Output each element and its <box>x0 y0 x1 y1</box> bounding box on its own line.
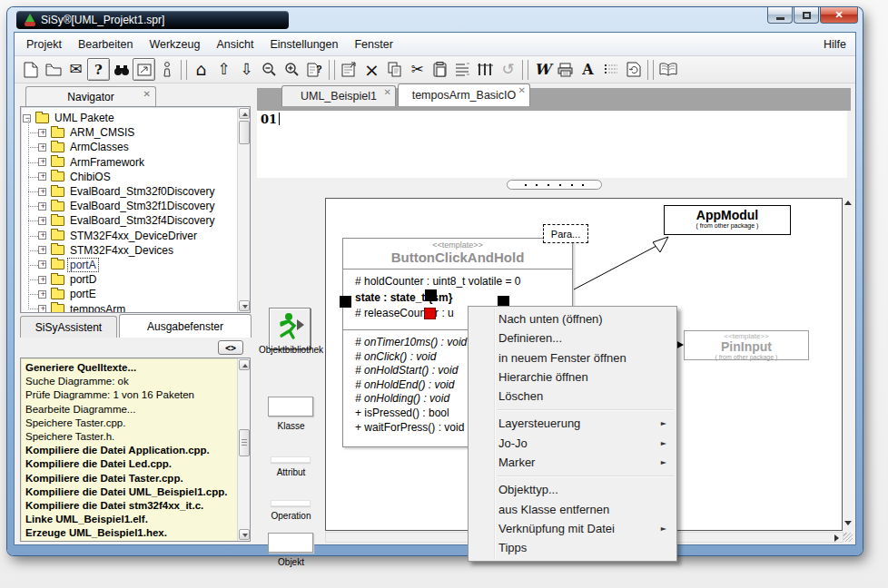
document-help-button[interactable]: ? <box>303 58 326 81</box>
handbook-button[interactable] <box>656 58 679 81</box>
resize-grip[interactable] <box>844 533 853 542</box>
tree-item-label[interactable]: STM32F4xx_Devices <box>68 244 175 257</box>
word-export-button[interactable]: W <box>531 58 554 81</box>
tree-item[interactable]: ChibiOS <box>23 170 235 184</box>
tree-item[interactable]: portE <box>23 287 235 301</box>
scroll-thumb[interactable] <box>239 429 250 456</box>
title-bar[interactable]: SiSy®[UML_Projekt1.spr] ✕ <box>7 7 863 33</box>
canvas-vertical-scrollbar[interactable] <box>844 198 853 531</box>
zoom-out-button[interactable] <box>258 58 281 81</box>
context-menu-item[interactable] <box>498 475 674 476</box>
context-menu-item[interactable]: Definieren... <box>469 328 676 348</box>
mail-button[interactable]: ✉ <box>64 58 87 81</box>
doc-tab-close-icon[interactable]: ✕ <box>518 85 526 95</box>
menu-item[interactable]: Bearbeiten <box>70 34 141 54</box>
undo-button[interactable]: ↺ <box>497 58 519 81</box>
context-menu-item[interactable]: in neuem Fenster öffnen <box>469 348 676 368</box>
output-scrollbar[interactable] <box>237 358 250 541</box>
expand-plus-icon[interactable] <box>38 172 46 181</box>
tree-item[interactable]: EvalBoard_Stm32f4Discovery <box>23 213 235 228</box>
tree-item-label[interactable]: STM32F4xx_DeviceDriver <box>68 230 199 242</box>
expand-plus-icon[interactable] <box>38 246 46 254</box>
minimize-button[interactable] <box>767 7 793 24</box>
expand-plus-icon[interactable] <box>38 276 46 284</box>
properties-button[interactable] <box>338 58 360 81</box>
tree-item[interactable]: ArmFramework <box>23 155 235 170</box>
navigator-close-icon[interactable]: ✕ <box>143 89 151 99</box>
open-folder-button[interactable] <box>42 58 64 81</box>
scroll-right-icon[interactable] <box>834 534 839 542</box>
maximize-view-button[interactable] <box>133 58 155 81</box>
menu-item[interactable]: Einstellungen <box>261 34 346 54</box>
new-document-button[interactable] <box>19 58 42 81</box>
objektbibliothek-button[interactable] <box>269 308 311 349</box>
expand-plus-icon[interactable] <box>38 202 46 211</box>
context-menu-item[interactable]: Objekttyp... <box>469 480 676 499</box>
tree-item[interactable]: ARM_CMSIS <box>23 125 235 140</box>
expand-plus-icon[interactable] <box>38 143 46 152</box>
selection-handle[interactable] <box>425 289 437 301</box>
tree-item[interactable]: EvalBoard_Stm32f0Discovery <box>23 184 235 199</box>
doc-tab-close-icon[interactable]: ✕ <box>384 87 391 97</box>
tree-item[interactable]: portD <box>23 272 235 287</box>
tree-item[interactable]: STM32F4xx_Devices <box>23 243 235 258</box>
list-options-button[interactable] <box>599 58 622 81</box>
context-menu-item[interactable]: Jo-Jo <box>469 434 676 453</box>
tree-item[interactable]: temposArm <box>23 301 235 313</box>
context-menu-item[interactable] <box>498 409 674 410</box>
search-binoculars-button[interactable] <box>110 58 133 81</box>
objekt-tool[interactable] <box>268 533 313 553</box>
navigate-down-button[interactable]: ⇩ <box>235 58 258 81</box>
tree-item[interactable]: ArmClasses <box>23 140 235 154</box>
context-menu-item[interactable]: Layersteuerung <box>469 414 676 433</box>
tree-item-root[interactable]: UML Pakete <box>23 111 235 125</box>
list-structure-button[interactable] <box>451 58 474 81</box>
expand-plus-icon[interactable] <box>38 231 46 240</box>
print-button[interactable] <box>554 58 577 81</box>
para-placeholder[interactable]: Para... <box>543 224 588 243</box>
navigate-up-button[interactable]: ⇧ <box>212 58 235 81</box>
tree-item-label[interactable]: UML Pakete <box>53 112 116 124</box>
help-button[interactable]: ? <box>87 58 110 81</box>
expand-plus-icon[interactable] <box>38 260 46 269</box>
tree-item-label[interactable]: ArmFramework <box>68 156 146 169</box>
paste-button[interactable] <box>429 58 451 81</box>
expand-plus-icon[interactable] <box>38 158 46 166</box>
tab-sisy-assistent[interactable]: SiSyAssistent <box>20 316 117 338</box>
collapsed-ruler-handle[interactable] <box>507 180 602 190</box>
expand-plus-icon[interactable] <box>38 129 46 137</box>
delete-button[interactable]: × <box>360 58 383 81</box>
tree-item-label[interactable]: EvalBoard_Stm32f0Discovery <box>68 185 216 198</box>
tree-scrollbar[interactable] <box>237 107 250 312</box>
tree-item[interactable]: STM32F4xx_DeviceDriver <box>23 229 235 243</box>
tab-ausgabefenster[interactable]: Ausgabefenster <box>119 314 252 338</box>
context-menu-item[interactable]: Marker <box>469 453 676 472</box>
class-attribute[interactable]: # holdCounter : uint8_t volatile = 0 <box>355 275 572 291</box>
navigator-tab[interactable]: Navigator ✕ <box>25 86 156 107</box>
scroll-down-icon[interactable] <box>844 521 852 525</box>
menu-item[interactable]: Ansicht <box>208 34 261 54</box>
scroll-down-icon[interactable] <box>239 300 250 311</box>
tree-item-label[interactable]: ChibiOS <box>68 171 113 183</box>
maximize-button[interactable] <box>794 7 819 24</box>
tree-item-label[interactable]: portE <box>68 288 98 300</box>
tree-item[interactable]: EvalBoard_Stm32f1Discovery <box>23 199 235 213</box>
code-view-button[interactable]: <> <box>218 340 243 355</box>
tree-item-label[interactable]: portA <box>68 259 98 271</box>
operation-tool[interactable] <box>271 500 311 506</box>
selection-handle[interactable] <box>340 296 351 308</box>
context-menu-item[interactable]: Nach unten (öffnen) <box>469 309 676 328</box>
zoom-in-button[interactable] <box>281 58 303 81</box>
context-menu-item[interactable]: Verknüpfung mit Datei <box>469 519 676 538</box>
close-button[interactable]: ✕ <box>820 7 858 24</box>
scroll-up-icon[interactable] <box>239 359 250 370</box>
expand-plus-icon[interactable] <box>38 305 46 313</box>
collapse-minus-icon[interactable] <box>23 114 31 122</box>
class-attribute[interactable]: state : state_t {sm} <box>355 291 572 308</box>
tree-item-label[interactable]: portD <box>68 273 98 286</box>
grid-button[interactable] <box>474 58 497 81</box>
scroll-thumb[interactable] <box>239 121 250 144</box>
class-pininput[interactable]: <<template>> PinInput ( from other packa… <box>684 330 809 360</box>
cut-button[interactable]: ✂ <box>406 58 429 81</box>
expand-plus-icon[interactable] <box>38 290 46 299</box>
